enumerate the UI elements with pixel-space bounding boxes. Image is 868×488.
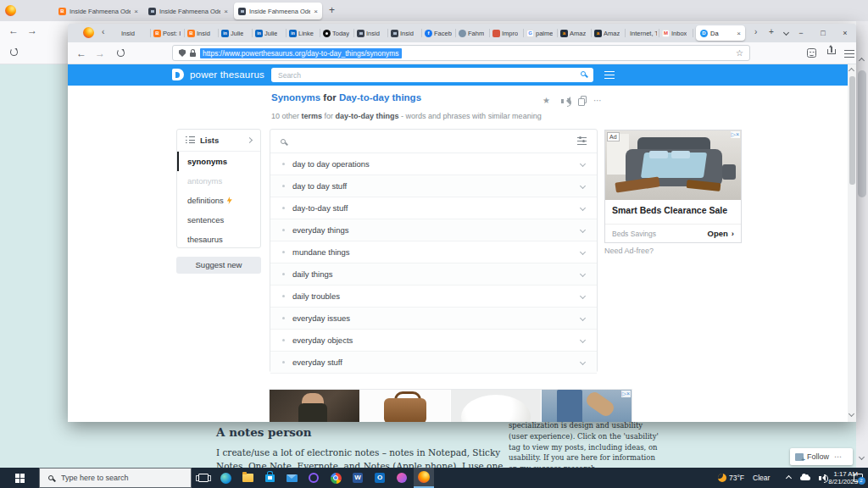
- term-link[interactable]: Day-to-day things: [339, 92, 421, 103]
- task-view-button[interactable]: [193, 468, 214, 488]
- browser-tab[interactable]: Inbox: [659, 24, 693, 42]
- browser-tab[interactable]: palme: [524, 24, 558, 42]
- browser-tab[interactable]: Julie: [253, 24, 287, 42]
- background-tab[interactable]: Inside Fahmeena Odetta's Head ×: [144, 3, 232, 19]
- follow-button[interactable]: Follow ⋯: [790, 448, 853, 465]
- sidebar-item-synonyms[interactable]: synonyms: [177, 152, 260, 171]
- term-row[interactable]: everyday stuff: [270, 352, 597, 374]
- browser-tab[interactable]: Faceb: [422, 24, 456, 42]
- browser-tab[interactable]: Insid: [185, 24, 219, 42]
- browser-tab-active[interactable]: Da ×: [696, 25, 745, 41]
- close-tab-icon[interactable]: ×: [224, 8, 228, 15]
- follow-more-icon[interactable]: ⋯: [834, 452, 842, 461]
- chevron-down-icon[interactable]: [580, 337, 586, 343]
- browser-tab[interactable]: Amaz: [558, 24, 592, 42]
- term-row[interactable]: day-to-day stuff: [270, 197, 597, 219]
- taskbar-app-mail[interactable]: [281, 468, 302, 488]
- chevron-down-icon[interactable]: [580, 161, 586, 167]
- browser-tab[interactable]: Impro: [490, 24, 524, 42]
- browser-tab[interactable]: Today: [320, 24, 354, 42]
- chevron-down-icon[interactable]: [580, 359, 586, 365]
- sidebar-item-antonyms[interactable]: antonyms: [177, 171, 260, 191]
- share-icon[interactable]: [827, 49, 836, 54]
- maximize-button[interactable]: □: [814, 24, 832, 42]
- new-tab-button[interactable]: +: [769, 27, 774, 36]
- shield-icon[interactable]: [179, 49, 186, 57]
- weather-condition[interactable]: Clear: [753, 474, 770, 482]
- bookmark-star-icon[interactable]: ☆: [736, 48, 743, 58]
- minimize-button[interactable]: −: [792, 24, 810, 42]
- action-center[interactable]: 2: [848, 468, 868, 488]
- taskbar-app-cortana[interactable]: [303, 468, 324, 488]
- browser-tab[interactable]: Linke: [287, 24, 320, 42]
- taskbar-app-outlook[interactable]: [370, 468, 390, 488]
- taskbar-app-paint3d[interactable]: [392, 468, 412, 488]
- ad-open-button[interactable]: Open›: [708, 229, 734, 238]
- adchoices-icon[interactable]: ▷×: [621, 391, 631, 397]
- chevron-down-icon[interactable]: [580, 183, 586, 189]
- browser-tab[interactable]: Fahm: [456, 24, 490, 42]
- taskbar-app-word[interactable]: [348, 468, 368, 488]
- suggest-new-button[interactable]: Suggest new: [176, 257, 261, 274]
- chevron-down-icon[interactable]: [580, 271, 586, 277]
- start-button[interactable]: [0, 468, 39, 488]
- browser-tab[interactable]: Internet, T: [626, 24, 659, 42]
- browser-tab[interactable]: Julie: [219, 24, 253, 42]
- background-scrollbar[interactable]: [856, 21, 868, 468]
- synonyms-link[interactable]: Synonyms: [271, 92, 320, 103]
- close-window-button[interactable]: ×: [836, 24, 854, 42]
- banner-image[interactable]: [360, 390, 450, 422]
- close-tab-icon[interactable]: ×: [737, 30, 741, 37]
- scroll-down-icon[interactable]: [859, 454, 865, 460]
- list-all-tabs-icon[interactable]: [783, 30, 789, 36]
- background-tab[interactable]: Inside Fahmeena Odetta's Head ×: [54, 3, 142, 19]
- adchoices-icon[interactable]: ▷×: [731, 131, 740, 138]
- term-row[interactable]: everyday things: [270, 219, 597, 241]
- scroll-tabs-left-icon[interactable]: ‹: [102, 27, 104, 36]
- site-search[interactable]: [271, 68, 593, 82]
- copy-icon[interactable]: [578, 96, 586, 104]
- taskbar-app-chrome[interactable]: [326, 468, 346, 488]
- url-text[interactable]: https://www.powerthesaurus.org/day-to-da…: [200, 48, 402, 58]
- lock-icon[interactable]: [190, 53, 196, 58]
- term-row[interactable]: day to day stuff: [270, 175, 597, 197]
- ad-title[interactable]: Smart Beds Clearance Sale: [612, 205, 736, 215]
- browser-tab[interactable]: Post: I: [151, 24, 185, 42]
- scrollbar-thumb[interactable]: [858, 70, 866, 197]
- chevron-down-icon[interactable]: [580, 205, 586, 211]
- term-row[interactable]: mundane things: [270, 241, 597, 263]
- term-row[interactable]: day to day operations: [270, 153, 597, 175]
- pronounce-icon[interactable]: [561, 99, 564, 103]
- account-extension-icon[interactable]: [807, 48, 816, 58]
- taskbar-app-firefox-active[interactable]: [414, 468, 434, 488]
- favorite-star-icon[interactable]: ★: [542, 96, 550, 105]
- term-row[interactable]: everyday issues: [270, 308, 597, 330]
- banner-image[interactable]: [542, 390, 632, 422]
- back-icon[interactable]: ←: [8, 25, 19, 36]
- browser-tab[interactable]: Insid: [388, 24, 422, 42]
- browser-tab[interactable]: Insid: [117, 24, 151, 42]
- search-icon[interactable]: [581, 71, 586, 76]
- ad-card[interactable]: Ad ▷× Smart Beds Clearance Sale Beds Sav…: [604, 130, 742, 243]
- taskbar-app-store[interactable]: [259, 468, 280, 488]
- browser-tab[interactable]: Insid: [354, 24, 388, 42]
- background-tab-active[interactable]: Inside Fahmeena Odetta's Hea ×: [234, 3, 322, 19]
- close-tab-icon[interactable]: ×: [314, 8, 318, 15]
- taskbar-search[interactable]: [39, 468, 192, 488]
- term-row[interactable]: daily things: [270, 263, 597, 286]
- new-tab-button[interactable]: +: [329, 4, 335, 16]
- ad-image[interactable]: [605, 130, 741, 200]
- chevron-down-icon[interactable]: [580, 227, 586, 233]
- sidebar-item-sentences[interactable]: sentences: [177, 210, 260, 230]
- more-options-icon[interactable]: ⋯: [593, 96, 602, 105]
- sidebar-item-definitions[interactable]: definitions: [177, 191, 260, 210]
- chevron-down-icon[interactable]: [580, 249, 586, 255]
- sidebar-item-thesaurus[interactable]: thesaurus: [177, 230, 260, 249]
- firefox-icon[interactable]: [5, 5, 16, 16]
- reload-icon[interactable]: [117, 49, 125, 57]
- term-row[interactable]: daily troubles: [270, 286, 597, 308]
- taskbar-app-edge[interactable]: [215, 468, 236, 488]
- banner-ad[interactable]: ▷×: [270, 390, 632, 422]
- banner-image[interactable]: [270, 390, 359, 422]
- browser-tab[interactable]: Amaz: [592, 24, 626, 42]
